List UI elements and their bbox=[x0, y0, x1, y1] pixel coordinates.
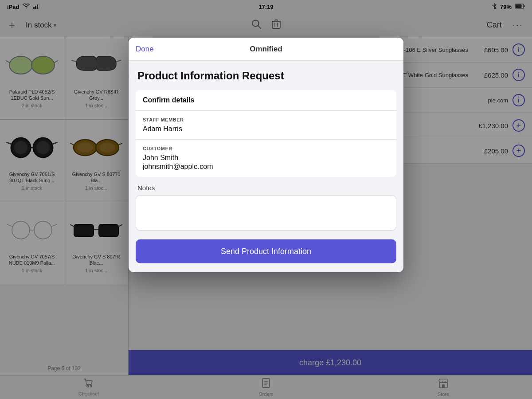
notes-label: Notes bbox=[136, 184, 396, 192]
customer-section: CUSTOMER John Smith johnsmith@apple.com bbox=[136, 140, 396, 177]
send-product-info-button[interactable]: Send Product Information bbox=[136, 239, 396, 263]
notes-input[interactable] bbox=[136, 195, 396, 231]
modal-title: Omnified bbox=[250, 45, 282, 54]
modal-body: Product Information Request Confirm deta… bbox=[129, 61, 403, 272]
page-title: Product Information Request bbox=[136, 70, 396, 82]
confirm-details-title: Confirm details bbox=[143, 96, 389, 104]
staff-name: Adam Harris bbox=[143, 125, 389, 133]
customer-label: CUSTOMER bbox=[143, 146, 389, 151]
staff-section: STAFF MEMBER Adam Harris bbox=[136, 111, 396, 140]
modal: Done Omnified Product Information Reques… bbox=[129, 38, 403, 272]
done-button[interactable]: Done bbox=[136, 45, 154, 54]
confirm-header-section: Confirm details bbox=[136, 90, 396, 111]
modal-overlay: Done Omnified Product Information Reques… bbox=[0, 0, 532, 399]
modal-header: Done Omnified bbox=[129, 38, 403, 61]
customer-email: johnsmith@apple.com bbox=[143, 163, 389, 171]
confirm-details-card: Confirm details STAFF MEMBER Adam Harris… bbox=[136, 90, 396, 177]
staff-label: STAFF MEMBER bbox=[143, 117, 389, 122]
customer-name: John Smith bbox=[143, 154, 389, 162]
